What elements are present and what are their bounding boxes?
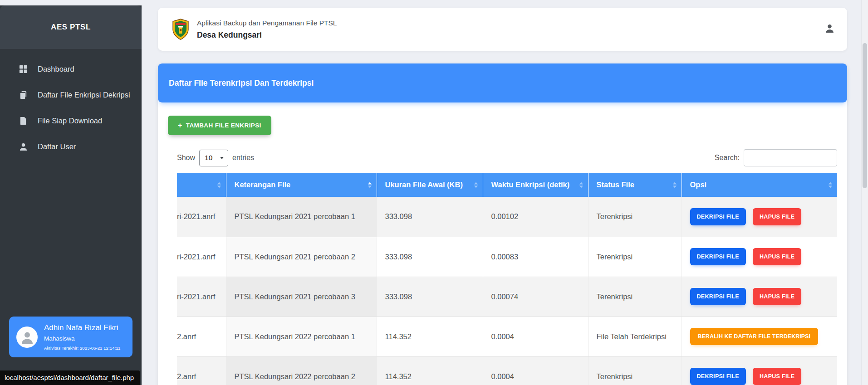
sidebar-item-file-siap-download[interactable]: File Siap Download bbox=[0, 108, 142, 134]
cell-opsi: BERALIH KE DAFTAR FILE TERDEKRIPSI bbox=[682, 317, 837, 356]
table-row: 2.anrf PTSL Kedungsari 2022 percobaan 1 … bbox=[177, 317, 837, 356]
select-caret-icon bbox=[220, 157, 224, 159]
hapus-file-button[interactable]: HAPUS FILE bbox=[753, 248, 801, 265]
column-header-status-file[interactable]: Status File bbox=[588, 173, 682, 197]
browser-status-url: localhost/aesptsl/dashboard/daftar_file.… bbox=[0, 370, 140, 385]
sidebar-item-label: Daftar File Enkripsi Dekripsi bbox=[38, 91, 130, 99]
sidebar-item-label: Dashboard bbox=[38, 65, 74, 73]
table-row: 2.anrf PTSL Kedungsari 2022 percobaan 2 … bbox=[177, 356, 837, 385]
page-size-value: 10 bbox=[205, 154, 212, 162]
sort-icon bbox=[673, 182, 677, 188]
file-icon bbox=[19, 117, 28, 125]
cell-ukuran: 114.352 bbox=[377, 317, 483, 356]
sidebar-nav: Dashboard Daftar File Enkripsi Dekripsi … bbox=[0, 49, 142, 160]
file-list-card: Daftar File Terenkripsi Dan Terdekripsi … bbox=[158, 63, 847, 385]
cell-opsi: DEKRIPSI FILE HAPUS FILE bbox=[682, 356, 837, 385]
sidebar-item-dashboard[interactable]: Dashboard bbox=[0, 56, 142, 82]
panel-header: Daftar File Terenkripsi Dan Terdekripsi bbox=[158, 63, 847, 102]
table-row: ri-2021.anrf PTSL Kedungsari 2021 percob… bbox=[177, 197, 837, 237]
table-row: ri-2021.anrf PTSL Kedungsari 2021 percob… bbox=[177, 277, 837, 317]
app-brand: AES PTSL bbox=[0, 5, 142, 49]
beralih-terdekripsi-button[interactable]: BERALIH KE DAFTAR FILE TERDEKRIPSI bbox=[690, 328, 818, 345]
sort-asc-icon bbox=[368, 182, 372, 188]
search-label: Search: bbox=[715, 154, 740, 162]
cell-status: Terenkripsi bbox=[588, 237, 682, 277]
column-header-opsi[interactable]: Opsi bbox=[682, 173, 837, 197]
hapus-file-button[interactable]: HAPUS FILE bbox=[753, 208, 801, 225]
cell-waktu: 0.00083 bbox=[483, 237, 588, 277]
cell-status: Terenkripsi bbox=[588, 277, 682, 317]
cell-keterangan: PTSL Kedungsari 2021 percobaan 3 bbox=[226, 277, 377, 317]
cell-waktu: 0.00102 bbox=[483, 197, 588, 237]
files-icon bbox=[19, 91, 28, 99]
sidebar-item-label: Daftar User bbox=[38, 142, 76, 151]
search-area: Search: bbox=[715, 149, 837, 166]
table-controls: Show 10 entries Search: bbox=[177, 149, 837, 166]
cell-nama-file: 2.anrf bbox=[177, 356, 226, 385]
cell-status: Terenkripsi bbox=[588, 197, 682, 237]
main-area: Aplikasi Backup dan Pengamanan File PTSL… bbox=[142, 0, 868, 385]
user-role: Mahasiswa bbox=[44, 335, 120, 342]
cell-nama-file: 2.anrf bbox=[177, 317, 226, 356]
cell-status: Terenkripsi bbox=[588, 356, 682, 385]
sort-icon bbox=[579, 182, 583, 188]
sort-icon bbox=[829, 182, 832, 188]
cell-status: File Telah Terdekripsi bbox=[588, 317, 682, 356]
sidebar: AES PTSL Dashboard Daftar File Enkripsi … bbox=[0, 5, 142, 385]
scrollbar-thumb[interactable] bbox=[863, 43, 867, 188]
vertical-scrollbar bbox=[861, 0, 868, 385]
file-table-wrapper: Keterangan File Ukuran File Awal (KB) Wa… bbox=[177, 173, 837, 385]
kudus-crest-logo bbox=[172, 19, 190, 40]
file-table: Keterangan File Ukuran File Awal (KB) Wa… bbox=[177, 173, 837, 385]
user-name: Adhin Nafa Rizal Fikri bbox=[44, 323, 120, 332]
search-input[interactable] bbox=[744, 149, 837, 166]
person-icon bbox=[825, 24, 834, 33]
column-header-keterangan-file[interactable]: Keterangan File bbox=[226, 173, 377, 197]
cell-ukuran: 114.352 bbox=[377, 356, 483, 385]
dekripsi-file-button[interactable]: DEKRIPSI FILE bbox=[690, 248, 746, 265]
cell-ukuran: 333.098 bbox=[377, 277, 483, 317]
sidebar-user-card[interactable]: Adhin Nafa Rizal Fikri Mahasiswa Aktivit… bbox=[9, 317, 132, 357]
dekripsi-file-button[interactable]: DEKRIPSI FILE bbox=[690, 208, 746, 225]
column-header-ukuran-file[interactable]: Ukuran File Awal (KB) bbox=[377, 173, 483, 197]
dekripsi-file-button[interactable]: DEKRIPSI FILE bbox=[690, 368, 746, 385]
sidebar-item-daftar-user[interactable]: Daftar User bbox=[0, 134, 142, 160]
cell-opsi: DEKRIPSI FILE HAPUS FILE bbox=[682, 197, 837, 237]
table-header-row: Keterangan File Ukuran File Awal (KB) Wa… bbox=[177, 173, 837, 197]
tambah-file-enkripsi-button[interactable]: + TAMBAH FILE ENKRIPSI bbox=[168, 116, 271, 135]
cell-ukuran: 333.098 bbox=[377, 197, 483, 237]
avatar bbox=[16, 327, 38, 348]
sidebar-item-label: File Siap Download bbox=[38, 117, 102, 125]
cell-nama-file: ri-2021.anrf bbox=[177, 237, 226, 277]
cell-ukuran: 333.098 bbox=[377, 237, 483, 277]
header-titles: Aplikasi Backup dan Pengamanan File PTSL… bbox=[197, 19, 337, 40]
sort-icon bbox=[217, 182, 221, 188]
cell-nama-file: ri-2021.anrf bbox=[177, 197, 226, 237]
tambah-file-label: TAMBAH FILE ENKRIPSI bbox=[186, 122, 261, 129]
entries-label: entries bbox=[232, 154, 254, 162]
cell-waktu: 0.0004 bbox=[483, 356, 588, 385]
app-subtitle: Desa Kedungsari bbox=[197, 30, 337, 40]
cell-waktu: 0.00074 bbox=[483, 277, 588, 317]
user-card-text: Adhin Nafa Rizal Fikri Mahasiswa Aktivit… bbox=[44, 323, 120, 351]
column-header-waktu-enkripsi[interactable]: Waktu Enkripsi (detik) bbox=[483, 173, 588, 197]
top-header-bar: Aplikasi Backup dan Pengamanan File PTSL… bbox=[158, 8, 847, 51]
sidebar-item-daftar-file[interactable]: Daftar File Enkripsi Dekripsi bbox=[0, 82, 142, 108]
hapus-file-button[interactable]: HAPUS FILE bbox=[753, 288, 801, 305]
show-label: Show bbox=[177, 154, 195, 162]
hapus-file-button[interactable]: HAPUS FILE bbox=[753, 368, 801, 385]
dekripsi-file-button[interactable]: DEKRIPSI FILE bbox=[690, 288, 746, 305]
plus-icon: + bbox=[178, 123, 182, 128]
cell-keterangan: PTSL Kedungsari 2021 percobaan 1 bbox=[226, 197, 377, 237]
table-row: ri-2021.anrf PTSL Kedungsari 2021 percob… bbox=[177, 237, 837, 277]
user-icon bbox=[19, 142, 28, 151]
panel-body: + TAMBAH FILE ENKRIPSI Show 10 entries S… bbox=[158, 102, 847, 385]
cell-waktu: 0.0004 bbox=[483, 317, 588, 356]
user-last-activity: Aktivitas Terakhir: 2023-06-21 12:14:11 bbox=[44, 346, 120, 351]
column-header-nama-file[interactable] bbox=[177, 173, 226, 197]
cell-keterangan: PTSL Kedungsari 2022 percobaan 2 bbox=[226, 356, 377, 385]
cell-keterangan: PTSL Kedungsari 2021 percobaan 2 bbox=[226, 237, 377, 277]
account-menu-button[interactable] bbox=[825, 24, 834, 35]
page-size-select[interactable]: 10 bbox=[199, 150, 228, 166]
cell-nama-file: ri-2021.anrf bbox=[177, 277, 226, 317]
